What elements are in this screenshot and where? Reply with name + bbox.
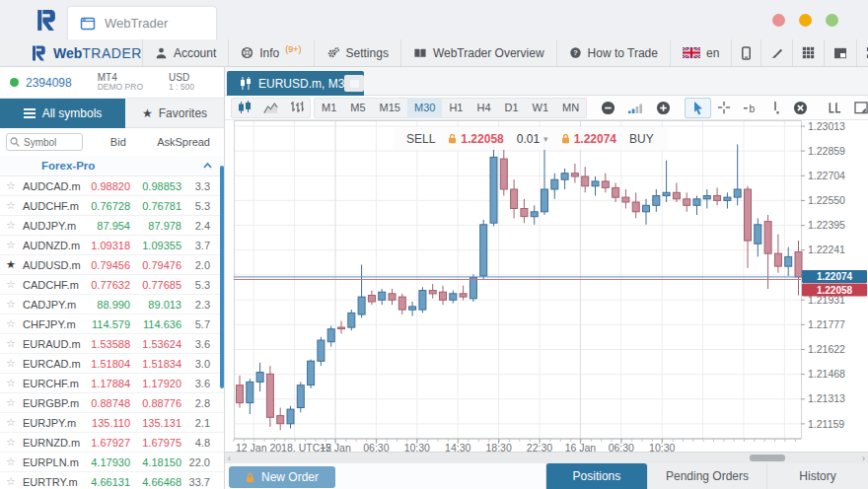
- tool-layout[interactable]: [848, 98, 868, 118]
- bottom-tab-history[interactable]: History: [766, 463, 868, 489]
- bid-value: 0.88748: [84, 397, 130, 409]
- tab-all-symbols[interactable]: All symbols: [0, 99, 125, 128]
- sell-button[interactable]: SELL: [406, 132, 435, 146]
- star-outline-icon[interactable]: ☆: [6, 317, 23, 330]
- svg-text:1.22704: 1.22704: [808, 170, 845, 181]
- symbol-row-audcad-m[interactable]: ☆AUDCAD.m0.988200.988533.3: [0, 176, 224, 196]
- account-number[interactable]: 2394098: [26, 76, 72, 90]
- tool-bar-scale[interactable]: [621, 98, 650, 118]
- nav-item-webtrader-overview[interactable]: WebTrader Overview: [400, 39, 556, 66]
- svg-text:1.22395: 1.22395: [808, 219, 845, 231]
- symbol-row-audusd-m[interactable]: ★AUDUSD.m0.794560.794762.0: [0, 255, 224, 275]
- symbol-row-eurpln-m[interactable]: ☆EURPLN.m4.179304.1815022.0: [0, 453, 224, 472]
- symbol-group-header[interactable]: Forex-Pro: [0, 156, 224, 176]
- connection-status-icon: [10, 78, 19, 87]
- scroll-left-icon[interactable]: ‹: [228, 454, 231, 463]
- timeframe-m30[interactable]: M30: [407, 98, 442, 118]
- ask-value: 0.88776: [130, 397, 181, 409]
- scrollbar-handle[interactable]: [750, 454, 785, 461]
- star-outline-icon[interactable]: ☆: [6, 436, 23, 449]
- symbol-search[interactable]: [6, 133, 83, 151]
- timeframe-mn[interactable]: MN: [555, 98, 586, 118]
- nav-button-brush[interactable]: [760, 39, 792, 66]
- symbol-row-eurnzd-m[interactable]: ☆EURNZD.m1.679271.679754.8: [0, 433, 224, 453]
- timeframe-w1[interactable]: W1: [526, 98, 556, 118]
- ask-value: 0.79476: [130, 259, 181, 271]
- symbol-row-chfjpy-m[interactable]: ☆CHFJPY.m114.579114.6365.7: [0, 314, 224, 334]
- tool-cursor[interactable]: [685, 98, 711, 118]
- nav-item-how-to-trade[interactable]: ?How to Trade: [556, 39, 670, 66]
- candlestick-chart[interactable]: 1.230131.228591.227041.225501.223951.222…: [225, 120, 868, 452]
- timeframe-m15[interactable]: M15: [373, 98, 407, 118]
- nav-button-grid[interactable]: [792, 39, 824, 66]
- nav-button-expand[interactable]: [856, 39, 868, 66]
- star-outline-icon[interactable]: ☆: [6, 416, 23, 429]
- star-outline-icon[interactable]: ☆: [6, 337, 23, 350]
- timeframe-d1[interactable]: D1: [498, 98, 526, 118]
- symbol-row-eurgbp-m[interactable]: ☆EURGBP.m0.887480.887762.8: [0, 393, 224, 413]
- column-header-ask: Ask: [126, 136, 176, 148]
- browser-tab[interactable]: WebTrader: [67, 6, 217, 39]
- tool-text-tool[interactable]: b: [737, 98, 763, 118]
- symbol-name: EURNZD.m: [23, 437, 84, 449]
- symbol-row-eurcad-m[interactable]: ☆EURCAD.m1.518041.518343.0: [0, 354, 224, 374]
- star-outline-icon[interactable]: ☆: [6, 199, 23, 212]
- timeframe-m5[interactable]: M5: [343, 98, 372, 118]
- symbol-row-euraud-m[interactable]: ☆EURAUD.m1.535881.536243.6: [0, 334, 224, 354]
- star-outline-icon[interactable]: ☆: [6, 298, 23, 311]
- nav-item-settings[interactable]: Settings: [314, 39, 400, 66]
- symbol-row-eurjpy-m[interactable]: ☆EURJPY.m135.110135.1312.1: [0, 413, 224, 433]
- tool-delete[interactable]: [787, 98, 814, 118]
- nav-button-phone[interactable]: [731, 39, 760, 66]
- star-outline-icon[interactable]: ☆: [6, 455, 23, 468]
- chart-type-area[interactable]: [257, 98, 284, 118]
- symbols-tabs: All symbols ★ Favorites: [0, 99, 224, 128]
- chart-type-bars[interactable]: [284, 98, 310, 118]
- symbol-row-eurtry-m[interactable]: ☆EURTRY.m4.661314.6646833.7: [0, 472, 224, 489]
- symbol-row-audjpy-m[interactable]: ☆AUDJPY.m87.95487.9782.4: [0, 216, 224, 236]
- symbol-row-cadjpy-m[interactable]: ☆CADJPY.m88.99089.0132.3: [0, 295, 224, 314]
- tool-zoom-out[interactable]: [595, 98, 621, 118]
- star-outline-icon[interactable]: ☆: [6, 239, 23, 251]
- star-outline-icon[interactable]: ☆: [6, 377, 23, 389]
- star-outline-icon[interactable]: ☆: [6, 278, 23, 291]
- scroll-right-icon[interactable]: ›: [862, 454, 865, 463]
- chart-type-group: [231, 98, 311, 118]
- star-filled-icon[interactable]: ★: [6, 258, 23, 271]
- star-outline-icon[interactable]: ☆: [6, 475, 23, 488]
- nav-item-account[interactable]: Account: [142, 39, 228, 66]
- timeframe-h1[interactable]: H1: [442, 98, 470, 118]
- tool-indicators[interactable]: [822, 98, 848, 118]
- chart-hscrollbar[interactable]: ‹ ›: [225, 452, 868, 463]
- bottom-tab-pending-orders[interactable]: Pending Orders: [647, 463, 766, 489]
- buy-button[interactable]: BUY: [629, 132, 654, 146]
- volume-select[interactable]: 0.01 ▾: [517, 132, 548, 146]
- sidebar-scrollbar[interactable]: [220, 166, 224, 388]
- star-outline-icon[interactable]: ☆: [6, 396, 23, 409]
- star-outline-icon[interactable]: ☆: [6, 179, 23, 192]
- symbol-row-audchf-m[interactable]: ☆AUDCHF.m0.767280.767815.3: [0, 196, 224, 216]
- person-icon: [155, 46, 168, 59]
- timeframe-h4[interactable]: H4: [470, 98, 497, 118]
- language-selector[interactable]: en: [670, 39, 731, 66]
- timeframe-m1[interactable]: M1: [315, 98, 343, 118]
- star-outline-icon[interactable]: ☆: [6, 357, 23, 370]
- star-outline-icon[interactable]: ☆: [6, 219, 23, 232]
- spread-value: 4.8: [181, 437, 218, 449]
- symbol-row-audnzd-m[interactable]: ☆AUDNZD.m1.093181.093553.7: [0, 236, 224, 255]
- nav-button-window[interactable]: [824, 39, 856, 66]
- tool-zoom-in[interactable]: [650, 98, 677, 118]
- tab-favorites[interactable]: ★ Favorites: [125, 99, 224, 128]
- browser-icon: [80, 16, 96, 32]
- spread-value: 3.6: [181, 338, 218, 350]
- tool-vline-tool[interactable]: [763, 98, 787, 118]
- chart-type-candles[interactable]: [232, 98, 257, 118]
- symbol-row-cadchf-m[interactable]: ☆CADCHF.m0.776320.776855.3: [0, 275, 224, 295]
- svg-text:10:30: 10:30: [404, 442, 430, 452]
- bottom-tab-positions[interactable]: Positions: [545, 463, 647, 489]
- nav-item-info[interactable]: Info(9+): [228, 39, 313, 66]
- add-chart-tab-button[interactable]: [344, 75, 364, 92]
- tool-crosshair[interactable]: [711, 98, 737, 118]
- symbol-row-eurchf-m[interactable]: ☆EURCHF.m1.178841.179203.6: [0, 374, 224, 393]
- new-order-button[interactable]: New Order: [229, 466, 335, 488]
